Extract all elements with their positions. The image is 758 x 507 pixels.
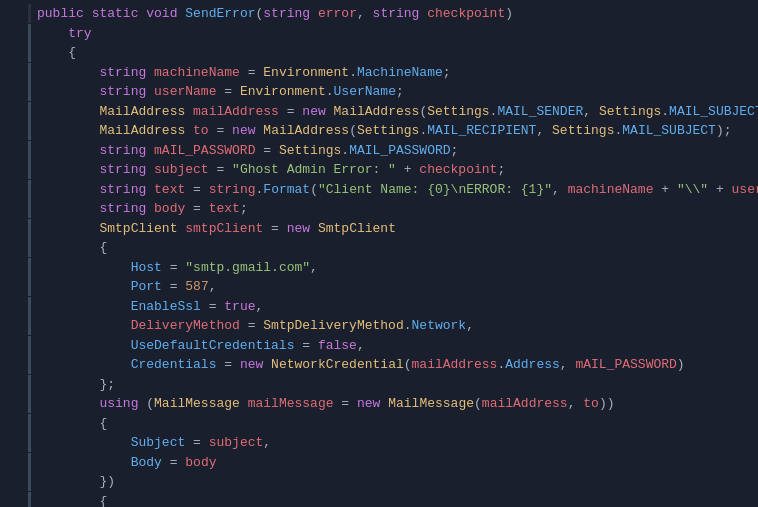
code-line-11: string body = text; [0, 199, 758, 219]
code-line-26: { [0, 492, 758, 508]
code-line-13: { [0, 238, 758, 258]
code-line-10: string text = string.Format("Client Name… [0, 180, 758, 200]
code-line-19: Credentials = new NetworkCredential(mail… [0, 355, 758, 375]
code-line-25: }) [0, 472, 758, 492]
code-line-15: Port = 587, [0, 277, 758, 297]
code-line-14: Host = "smtp.gmail.com", [0, 258, 758, 278]
code-line-17: DeliveryMethod = SmtpDeliveryMethod.Netw… [0, 316, 758, 336]
code-line-21: using (MailMessage mailMessage = new Mai… [0, 394, 758, 414]
code-line-18: UseDefaultCredentials = false, [0, 336, 758, 356]
code-line-7: MailAddress to = new MailAddress(Setting… [0, 121, 758, 141]
code-line-4: string machineName = Environment.Machine… [0, 63, 758, 83]
code-line-5: string userName = Environment.UserName; [0, 82, 758, 102]
code-line-12: SmtpClient smtpClient = new SmtpClient [0, 219, 758, 239]
code-line-1: public static void SendError(string erro… [0, 4, 758, 24]
code-line-24: Body = body [0, 453, 758, 473]
code-editor: public static void SendError(string erro… [0, 0, 758, 507]
code-line-8: string mAIL_PASSWORD = Settings.MAIL_PAS… [0, 141, 758, 161]
code-line-2: try [0, 24, 758, 44]
code-line-20: }; [0, 375, 758, 395]
code-line-22: { [0, 414, 758, 434]
code-line-23: Subject = subject, [0, 433, 758, 453]
code-line-9: string subject = "Ghost Admin Error: " +… [0, 160, 758, 180]
code-line-16: EnableSsl = true, [0, 297, 758, 317]
code-line-3: { [0, 43, 758, 63]
code-line-6: MailAddress mailAddress = new MailAddres… [0, 102, 758, 122]
